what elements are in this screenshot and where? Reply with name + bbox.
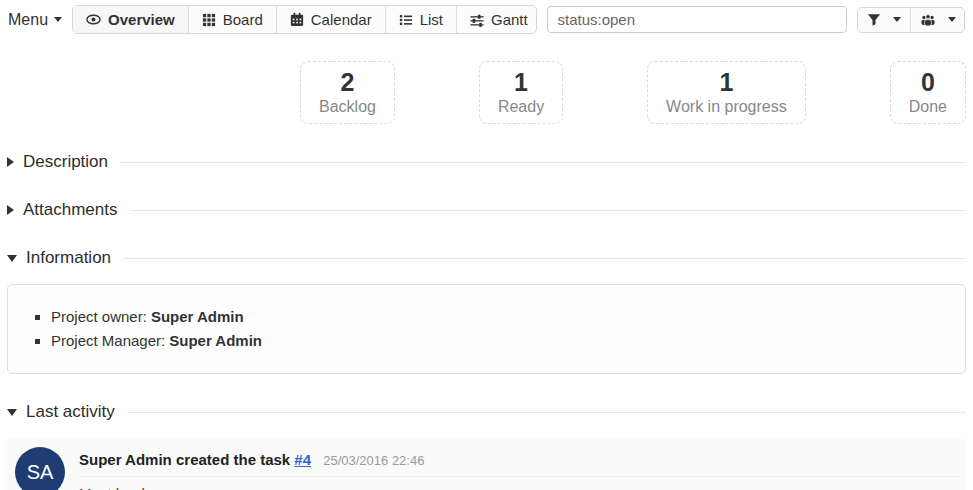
sliders-icon [470,13,484,27]
eye-icon [86,12,101,27]
section-last-activity-toggle[interactable]: Last activity [7,402,966,422]
info-label: Project owner: [51,308,147,325]
activity-description: Must be done soon [79,485,958,490]
stat-label: Backlog [319,96,376,117]
information-list: Project owner:Super Admin Project Manage… [23,305,950,353]
tab-label: Gantt [491,11,528,28]
section-title: Description [23,152,108,172]
activity-date: 25/03/2016 22:46 [323,453,424,468]
tab-label: Overview [108,11,175,28]
section-description-toggle[interactable]: Description [7,152,966,172]
board-grid-icon [202,13,216,27]
stat-ready: 1 Ready [479,61,563,124]
menu-label: Menu [8,11,48,29]
filter-dropdowns [857,7,965,33]
section-title: Attachments [23,200,118,220]
page-content: Description Attachments Information Proj… [0,152,973,490]
information-panel: Project owner:Super Admin Project Manage… [7,284,966,374]
tab-label: List [420,11,443,28]
stat-count: 1 [498,68,544,96]
users-dropdown-button[interactable] [910,8,965,32]
tab-gantt[interactable]: Gantt [456,6,537,33]
section-divider [120,162,966,163]
stat-count: 2 [319,68,376,96]
search-input[interactable] [547,6,846,33]
activity-text: Super Admin created the task [79,451,290,468]
section-divider [127,412,966,413]
expanded-arrow-icon [7,409,17,416]
chevron-down-icon [893,17,901,22]
stat-count: 0 [909,68,947,96]
stat-done: 0 Done [890,61,966,124]
stat-backlog: 2 Backlog [300,61,395,124]
section-divider [130,210,967,211]
view-switcher: Overview Board Calendar List Gantt [72,5,537,34]
activity-event-body: Super Admin created the task #4 25/03/20… [79,447,958,490]
filter-dropdown-button[interactable] [858,8,910,32]
tab-overview[interactable]: Overview [73,6,188,33]
tab-label: Board [223,11,263,28]
tab-calendar[interactable]: Calendar [276,6,385,33]
section-attachments-toggle[interactable]: Attachments [7,200,966,220]
section-divider [123,258,966,259]
stat-label: Done [909,96,947,117]
chevron-down-icon [948,17,956,22]
activity-event-title: Super Admin created the task #4 25/03/20… [79,451,958,477]
column-stats: 2 Backlog 1 Ready 1 Work in progress 0 D… [300,61,966,124]
section-information-toggle[interactable]: Information [7,248,966,268]
list-item: Project Manager:Super Admin [51,329,950,353]
filter-funnel-icon [867,13,881,27]
stat-work-in-progress: 1 Work in progress [647,61,806,124]
toolbar: Menu Overview Board Calendar List [0,0,973,39]
stat-label: Work in progress [666,96,787,117]
tab-label: Calendar [311,11,372,28]
expanded-arrow-icon [7,255,17,262]
task-link[interactable]: #4 [294,451,311,468]
list-item: Project owner:Super Admin [51,305,950,329]
stat-count: 1 [666,68,787,96]
avatar: SA [15,447,65,490]
info-label: Project Manager: [51,332,165,349]
info-value: Super Admin [169,332,262,349]
list-icon [399,13,413,27]
tab-list[interactable]: List [385,6,456,33]
collapsed-arrow-icon [7,205,14,215]
section-title: Information [26,248,111,268]
collapsed-arrow-icon [7,157,14,167]
activity-event: SA Super Admin created the task #4 25/03… [7,438,966,490]
users-group-icon [920,13,936,27]
menu-dropdown[interactable]: Menu [8,11,62,29]
info-value: Super Admin [151,308,244,325]
section-title: Last activity [26,402,115,422]
stat-label: Ready [498,96,544,117]
calendar-icon [290,12,304,27]
tab-board[interactable]: Board [188,6,276,33]
chevron-down-icon [54,17,62,22]
